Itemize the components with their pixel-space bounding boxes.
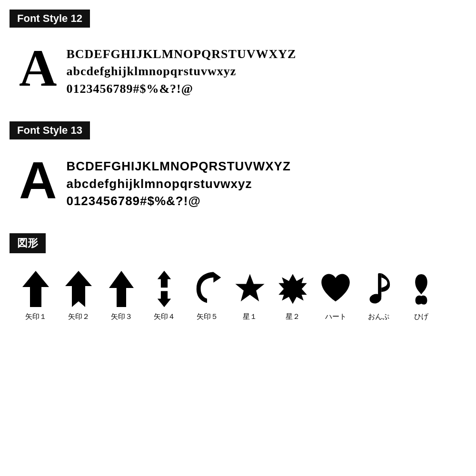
shapes-section: 図形 矢印１ 矢印２: [10, 233, 466, 326]
shapes-grid: 矢印１ 矢印２ 矢印３: [10, 263, 466, 326]
svg-marker-2: [109, 271, 134, 307]
yajirushi2-icon: [62, 268, 95, 310]
heart-icon: [319, 268, 352, 310]
svg-marker-5: [235, 274, 264, 302]
font-style-12-demo: A BCDEFGHIJKLMNOPQRSTUVWXYZ abcdefghijkl…: [10, 37, 466, 107]
yajirushi1-icon: [19, 268, 52, 310]
shape-yajirushi5: 矢印５: [186, 268, 228, 321]
shape-hige: ひげ: [400, 268, 443, 321]
font-style-12-header: Font Style 12: [10, 10, 90, 28]
svg-rect-8: [378, 273, 381, 298]
font-style-13-header: Font Style 13: [10, 121, 90, 139]
heart-label: ハート: [325, 312, 347, 321]
shape-heart: ハート: [314, 268, 357, 321]
shape-yajirushi4: 矢印４: [143, 268, 186, 321]
yajirushi5-icon: [190, 268, 224, 310]
font-style-13-demo: A BCDEFGHIJKLMNOPQRSTUVWXYZ abcdefghijkl…: [10, 149, 466, 219]
font-style-13-numbers: 0123456789#$%&?!@: [66, 192, 290, 209]
hige-icon: [405, 268, 438, 310]
svg-marker-3: [158, 271, 171, 288]
onpu-icon: [362, 268, 395, 310]
yajirushi5-label: 矢印５: [197, 312, 218, 321]
font-style-13-lowercase: abcdefghijklmnopqrstuvwxyz: [66, 175, 290, 192]
font-style-13-chars: BCDEFGHIJKLMNOPQRSTUVWXYZ abcdefghijklmn…: [66, 154, 290, 209]
hoshi2-label: 星２: [286, 312, 300, 321]
yajirushi1-label: 矢印１: [25, 312, 47, 321]
font-style-13-uppercase: BCDEFGHIJKLMNOPQRSTUVWXYZ: [66, 158, 290, 175]
hoshi1-icon: [233, 268, 267, 310]
yajirushi2-label: 矢印２: [68, 312, 89, 321]
font-style-12-chars: BCDEFGHIJKLMNOPQRSTUVWXYZ abcdefghijklmn…: [66, 42, 296, 98]
font-style-12-big-letter: A: [19, 42, 57, 94]
font-style-12-lowercase: abcdefghijklmnopqrstuvwxyz: [66, 63, 296, 80]
onpu-label: おんぷ: [368, 312, 389, 321]
font-style-12-section: Font Style 12 A BCDEFGHIJKLMNOPQRSTUVWXY…: [10, 10, 466, 107]
yajirushi3-label: 矢印３: [111, 312, 132, 321]
hige-label: ひげ: [414, 312, 428, 321]
hoshi1-label: 星１: [243, 312, 257, 321]
shape-onpu: おんぷ: [357, 268, 400, 321]
font-style-12-uppercase: BCDEFGHIJKLMNOPQRSTUVWXYZ: [66, 46, 296, 63]
svg-marker-1: [65, 271, 92, 307]
shape-hoshi1: 星１: [228, 268, 271, 321]
font-style-13-section: Font Style 13 A BCDEFGHIJKLMNOPQRSTUVWXY…: [10, 121, 466, 219]
hoshi2-icon: [276, 268, 309, 310]
yajirushi4-label: 矢印４: [154, 312, 175, 321]
svg-marker-0: [22, 271, 49, 307]
font-style-13-big-letter: A: [19, 154, 57, 206]
shapes-header: 図形: [10, 233, 46, 253]
shape-yajirushi1: 矢印１: [14, 268, 57, 321]
shape-yajirushi3: 矢印３: [100, 268, 143, 321]
yajirushi3-icon: [105, 268, 138, 310]
yajirushi4-icon: [148, 268, 181, 310]
shape-yajirushi2: 矢印２: [57, 268, 100, 321]
shape-hoshi2: 星２: [271, 268, 314, 321]
font-style-12-numbers: 0123456789#$%&?!@: [66, 80, 296, 98]
svg-marker-4: [158, 291, 171, 307]
